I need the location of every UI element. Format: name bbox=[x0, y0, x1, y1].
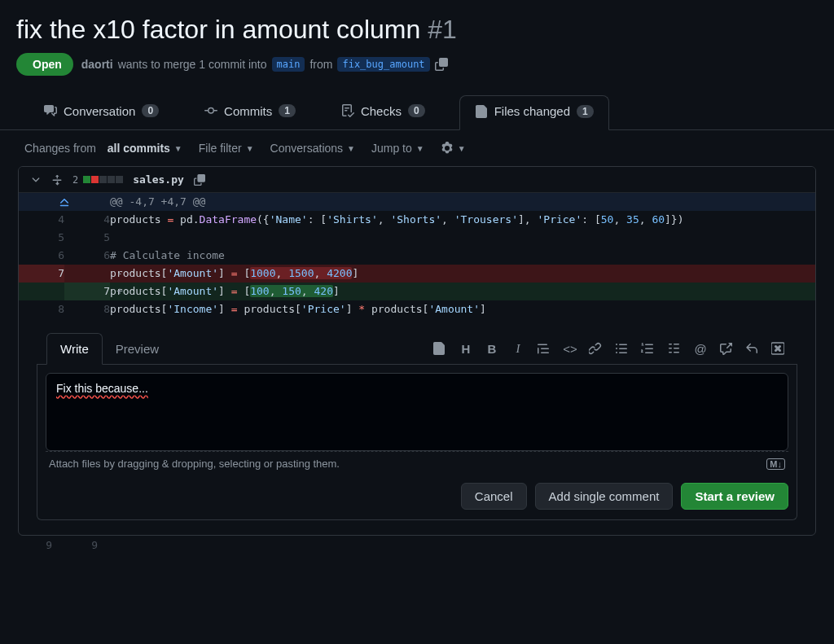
task-list-icon[interactable] bbox=[667, 342, 682, 356]
code-line[interactable]: products = pd.DataFrame({'Name': ['Shirt… bbox=[110, 211, 815, 229]
heading-icon[interactable]: H bbox=[459, 342, 473, 356]
suggestion-icon[interactable] bbox=[432, 342, 447, 356]
diff-ignored-icon[interactable] bbox=[771, 342, 786, 356]
comment-textarea[interactable]: Fix this because... bbox=[46, 373, 788, 451]
code-line[interactable]: # Calculate income bbox=[110, 247, 815, 265]
start-review-button[interactable]: Start a review bbox=[681, 483, 788, 510]
cancel-button[interactable]: Cancel bbox=[461, 483, 527, 510]
preview-tab[interactable]: Preview bbox=[103, 334, 172, 364]
file-diff-icon bbox=[475, 105, 488, 118]
trailing-line-numbers: 99 bbox=[18, 539, 816, 551]
tab-files-changed[interactable]: Files changed 1 bbox=[459, 95, 609, 130]
tab-checks[interactable]: Checks 0 bbox=[330, 96, 437, 129]
markdown-badge-icon[interactable]: M↓ bbox=[766, 458, 785, 470]
expand-up-icon[interactable] bbox=[58, 196, 71, 209]
bold-icon[interactable]: B bbox=[485, 342, 499, 356]
unfold-icon[interactable] bbox=[51, 174, 63, 186]
tab-conversation[interactable]: Conversation 0 bbox=[33, 96, 170, 129]
pr-author[interactable]: daorti bbox=[81, 58, 113, 71]
head-branch[interactable]: fix_bug_amount bbox=[337, 57, 429, 72]
unordered-list-icon[interactable] bbox=[615, 342, 630, 356]
pr-tabs: Conversation 0 Commits 1 Checks 0 Files … bbox=[0, 76, 834, 130]
attach-hint[interactable]: Attach files by dragging & dropping, sel… bbox=[46, 451, 788, 471]
conversations-menu[interactable]: Conversations▼ bbox=[270, 142, 355, 155]
file-header[interactable]: 2 sales.py bbox=[19, 167, 815, 193]
cross-reference-icon[interactable] bbox=[719, 342, 734, 356]
markdown-toolbar: H B I <> @ bbox=[432, 342, 797, 356]
code-line-deleted[interactable]: -products['Amount'] = [1000, 1500, 4200] bbox=[110, 265, 815, 283]
gear-icon bbox=[441, 142, 454, 155]
ordered-list-icon[interactable] bbox=[641, 342, 656, 356]
chevron-down-icon[interactable] bbox=[30, 174, 42, 186]
copy-path-icon[interactable] bbox=[194, 174, 205, 186]
diff-table: @@ -4,7 +4,7 @@ 44products = pd.DataFram… bbox=[19, 193, 815, 318]
mention-icon[interactable]: @ bbox=[693, 342, 708, 356]
code-line[interactable]: products['Income'] = products['Price'] *… bbox=[110, 300, 815, 318]
italic-icon[interactable]: I bbox=[511, 342, 525, 356]
checklist-icon bbox=[341, 104, 354, 117]
add-single-comment-button[interactable]: Add single comment bbox=[535, 483, 674, 510]
hunk-header[interactable]: @@ -4,7 +4,7 @@ bbox=[19, 193, 815, 211]
code-icon[interactable]: <> bbox=[563, 342, 577, 356]
settings-menu[interactable]: ▼ bbox=[441, 142, 466, 155]
diffstat: 2 bbox=[72, 174, 123, 186]
link-icon[interactable] bbox=[589, 342, 604, 356]
comment-discussion-icon bbox=[44, 104, 57, 117]
pr-title-text: fix the x10 factor in amount column bbox=[16, 15, 420, 44]
pr-state-text: Open bbox=[33, 58, 62, 71]
tab-commits[interactable]: Commits 1 bbox=[193, 96, 307, 129]
pr-description: daorti wants to merge 1 commit into main… bbox=[81, 57, 448, 72]
file-name[interactable]: sales.py bbox=[133, 173, 184, 186]
inline-comment-form: Write Preview H B I <> @ Fix this becaus… bbox=[37, 333, 797, 520]
diff-file: 2 sales.py @@ -4,7 +4,7 @@ 44products = … bbox=[18, 166, 816, 536]
git-commit-icon bbox=[204, 104, 217, 117]
diff-toolbar: Changes from all commits▼ File filter▼ C… bbox=[0, 130, 834, 166]
pr-title: fix the x10 factor in amount column #1 bbox=[16, 15, 818, 45]
reply-icon[interactable] bbox=[745, 342, 760, 356]
code-line-added[interactable]: +products['Amount'] = [100, 150, 420] bbox=[110, 283, 815, 300]
copy-icon[interactable] bbox=[435, 58, 448, 71]
pr-number: #1 bbox=[428, 15, 457, 44]
code-line[interactable] bbox=[110, 229, 815, 247]
jump-to-menu[interactable]: Jump to▼ bbox=[371, 142, 424, 155]
file-filter-menu[interactable]: File filter▼ bbox=[199, 142, 254, 155]
write-tab[interactable]: Write bbox=[46, 333, 103, 365]
pr-state-badge: Open bbox=[16, 53, 73, 76]
quote-icon[interactable] bbox=[537, 342, 551, 356]
base-branch[interactable]: main bbox=[272, 57, 305, 72]
changes-from-menu[interactable]: Changes from all commits▼ bbox=[24, 142, 182, 155]
